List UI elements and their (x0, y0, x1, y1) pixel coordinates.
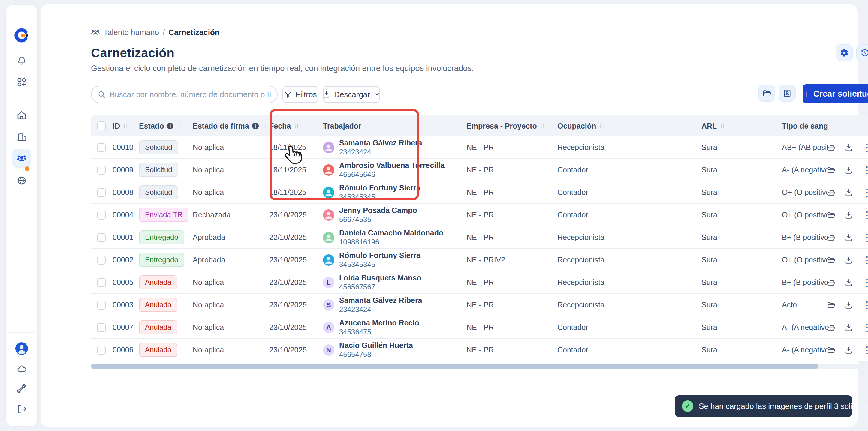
row-folder-icon[interactable] (828, 301, 835, 309)
row-folder-icon[interactable] (828, 345, 835, 355)
row-download-icon[interactable] (844, 143, 853, 152)
cell-trabajador[interactable]: Daniela Camacho Maldonado1098816196 (320, 228, 465, 246)
cell-trabajador[interactable]: NNacio Guillén Huerta45654758 (320, 341, 465, 359)
row-download-icon[interactable] (844, 301, 853, 309)
row-checkbox[interactable] (97, 188, 106, 197)
cell-trabajador[interactable]: SSamanta Gálvez Ribera23423424 (320, 296, 465, 314)
sidebar-item-globe-icon[interactable] (12, 171, 31, 190)
row-folder-icon[interactable] (828, 323, 835, 332)
row-kebab-menu-icon[interactable]: ⋮ (862, 188, 868, 197)
avatar[interactable]: L (323, 277, 334, 288)
sort-icon[interactable]: ↓↑ (540, 123, 545, 129)
select-all-checkbox[interactable] (97, 122, 106, 130)
row-kebab-menu-icon[interactable]: ⋮ (862, 255, 868, 265)
cell-trabajador[interactable]: AAzucena Merino Recio34536475 (320, 318, 465, 336)
column-header-trabajador[interactable]: Trabajador↓↑ (320, 122, 465, 130)
column-header-arl[interactable]: ARL↓↑ (699, 122, 780, 130)
row-folder-icon[interactable] (828, 166, 835, 174)
cell-trabajador[interactable]: Rómulo Fortuny Sierra345345345 (320, 183, 465, 202)
row-checkbox[interactable] (97, 345, 106, 355)
row-checkbox[interactable] (97, 166, 106, 174)
sidebar-item-home-icon[interactable] (12, 106, 31, 125)
avatar[interactable] (323, 232, 334, 243)
cloud-icon[interactable] (12, 359, 31, 378)
row-checkbox[interactable] (97, 233, 106, 242)
user-avatar[interactable] (12, 339, 31, 358)
avatar[interactable] (323, 142, 334, 153)
row-checkbox[interactable] (97, 210, 106, 220)
row-kebab-menu-icon[interactable]: ⋮ (862, 300, 868, 310)
cell-trabajador[interactable]: Jenny Posada Campo56674535 (320, 206, 465, 224)
tools-wrench-icon[interactable] (12, 379, 31, 399)
row-download-icon[interactable] (844, 233, 853, 242)
avatar[interactable] (323, 164, 334, 176)
sort-icon[interactable]: ↓↑ (364, 123, 369, 129)
sort-icon[interactable]: ↓↑ (720, 123, 724, 129)
row-kebab-menu-icon[interactable]: ⋮ (862, 323, 868, 332)
row-download-icon[interactable] (844, 166, 853, 174)
badge-photos-button[interactable] (779, 85, 796, 102)
sort-icon[interactable]: ↓↑ (262, 123, 266, 129)
avatar[interactable]: N (323, 344, 334, 356)
column-header-empresa[interactable]: Empresa - Proyecto↓↑ (465, 122, 555, 130)
cell-trabajador[interactable]: Samanta Gálvez Ribera23423424 (320, 138, 465, 157)
row-download-icon[interactable] (844, 278, 853, 287)
info-icon[interactable]: i (252, 123, 259, 129)
sidebar-item-talento-humano-icon[interactable] (12, 149, 31, 168)
row-kebab-menu-icon[interactable]: ⋮ (862, 165, 868, 175)
row-checkbox[interactable] (97, 323, 106, 332)
row-kebab-menu-icon[interactable]: ⋮ (862, 143, 868, 152)
row-folder-icon[interactable] (828, 233, 835, 242)
notifications-bell-icon[interactable] (12, 51, 31, 70)
avatar[interactable] (323, 209, 334, 221)
row-folder-icon[interactable] (828, 278, 835, 287)
row-download-icon[interactable] (844, 188, 853, 197)
horizontal-scrollbar-track[interactable] (91, 364, 868, 369)
row-folder-icon[interactable] (828, 210, 835, 220)
row-download-icon[interactable] (844, 323, 853, 332)
horizontal-scrollbar-thumb[interactable] (91, 364, 818, 369)
download-button[interactable]: Descargar (323, 86, 380, 103)
row-folder-icon[interactable] (828, 143, 835, 152)
row-checkbox[interactable] (97, 256, 106, 265)
avatar[interactable]: A (323, 322, 334, 333)
avatar[interactable] (323, 187, 334, 198)
info-icon[interactable]: i (167, 123, 174, 129)
row-checkbox[interactable] (97, 143, 106, 152)
row-kebab-menu-icon[interactable]: ⋮ (862, 345, 868, 355)
breadcrumb-current[interactable]: Carnetización (168, 28, 220, 37)
row-kebab-menu-icon[interactable]: ⋮ (862, 233, 868, 242)
breadcrumb-section[interactable]: Talento humano (103, 28, 159, 37)
history-button[interactable] (856, 44, 868, 61)
search-input[interactable] (110, 90, 271, 99)
sort-icon[interactable]: ↓↑ (294, 123, 298, 129)
column-header-fecha[interactable]: Fecha↓↑ (267, 122, 320, 130)
sort-icon[interactable]: ↓↑ (123, 123, 128, 129)
cell-trabajador[interactable]: LLoida Busquets Manso456567567 (320, 273, 465, 292)
column-header-id[interactable]: ID↓↑ (109, 122, 139, 130)
row-download-icon[interactable] (844, 345, 853, 355)
column-header-estado[interactable]: Estadoi↓↑ (139, 122, 190, 130)
row-checkbox[interactable] (97, 301, 106, 309)
column-header-sangre[interactable]: Tipo de sangre (780, 122, 828, 130)
avatar[interactable]: S (323, 299, 334, 311)
cell-trabajador[interactable]: Rómulo Fortuny Sierra345345345 (320, 251, 465, 269)
row-download-icon[interactable] (844, 210, 853, 220)
cell-trabajador[interactable]: Ambrosio Valbuena Torrecilla465645646 (320, 161, 465, 179)
row-checkbox[interactable] (97, 278, 106, 287)
app-logo-icon[interactable] (12, 26, 31, 45)
row-kebab-menu-icon[interactable]: ⋮ (862, 210, 868, 220)
create-request-button[interactable]: + Crear solicitud (803, 84, 868, 103)
avatar[interactable] (323, 254, 334, 266)
filters-button[interactable]: Filtros (282, 86, 318, 103)
row-folder-icon[interactable] (828, 256, 835, 265)
row-download-icon[interactable] (844, 256, 853, 265)
row-kebab-menu-icon[interactable]: ⋮ (862, 278, 868, 287)
apps-grid-icon[interactable] (12, 73, 31, 92)
sidebar-item-company-icon[interactable] (12, 127, 31, 146)
row-folder-icon[interactable] (828, 188, 835, 197)
sort-icon[interactable]: ↓↑ (177, 123, 181, 129)
column-header-firma[interactable]: Estado de firmai↓↑ (190, 122, 267, 130)
folder-tool-button[interactable] (758, 85, 775, 102)
logout-icon[interactable] (12, 399, 31, 419)
